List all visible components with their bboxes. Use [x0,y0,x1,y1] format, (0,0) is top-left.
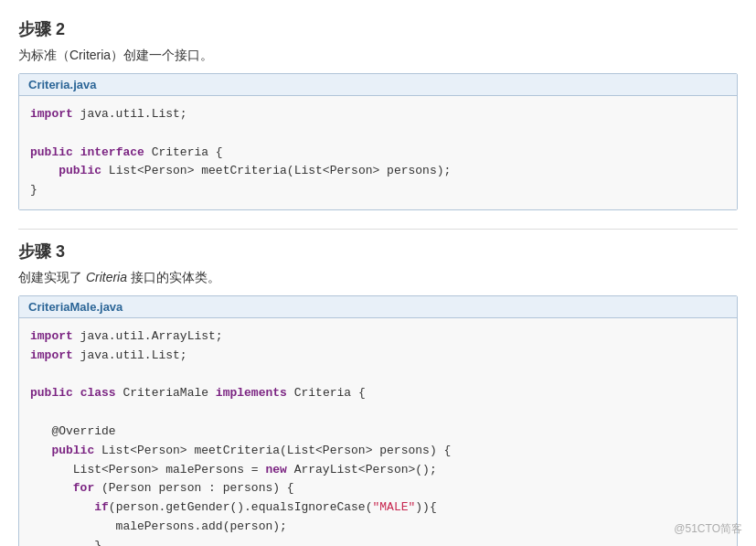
section-divider [18,229,738,230]
step3-description: 创建实现了 Criteria 接口的实体类。 [18,270,738,286]
step3-desc-before: 创建实现了 [18,270,86,284]
step2-desc-text: 为标准（Criteria）创建一个接口。 [18,48,213,62]
step3-desc-italic: Criteria [86,270,127,284]
step3-code-body: import java.util.ArrayList; import java.… [19,318,737,546]
step2-file-name: Criteria.java [19,74,737,96]
step3-section: 步骤 3 创建实现了 Criteria 接口的实体类。 CriteriaMale… [18,241,738,546]
watermark: @51CTO简客 [674,521,742,537]
step2-code-body: import java.util.List; public interface … [19,96,737,209]
step3-heading: 步骤 3 [18,241,738,262]
step3-desc-after: 接口的实体类。 [127,270,220,284]
step3-file-name: CriteriaMale.java [19,296,737,318]
step2-heading: 步骤 2 [18,18,738,40]
step3-code-block: CriteriaMale.java import java.util.Array… [18,295,738,546]
step2-section: 步骤 2 为标准（Criteria）创建一个接口。 Criteria.java … [18,18,738,210]
step2-description: 为标准（Criteria）创建一个接口。 [18,48,738,64]
step2-code-block: Criteria.java import java.util.List; pub… [18,73,738,210]
